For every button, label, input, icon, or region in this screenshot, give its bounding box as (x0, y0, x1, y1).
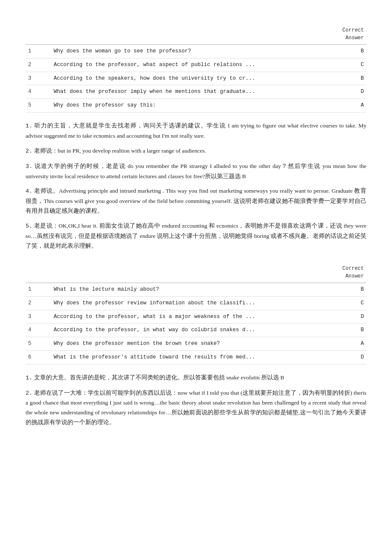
explanation-item: 2. 老师说：but in PR, you develop realtion w… (26, 146, 366, 156)
table-row: 2 According to the professor, what aspec… (26, 58, 366, 72)
row-answer: D (332, 350, 366, 364)
section1-table-wrapper: CorrectAnswer 1 Why does the woman go to… (26, 26, 366, 113)
row-answer: B (332, 283, 366, 297)
col-header-num (26, 26, 51, 45)
table-row: 4 According to the professor, in what wa… (26, 324, 366, 337)
explanation-text: 老师说：but in PR, you develop realtion with… (34, 147, 206, 154)
row-question: What is the professor's attitude toward … (51, 350, 332, 364)
row-question: According to the professor, what aspect … (51, 58, 332, 72)
explanation-text: 老师说。Advertising principle and intrued ma… (26, 188, 366, 214)
row-question: What does the professor imply when he me… (51, 85, 332, 99)
explanation-text: 老是说：OK,OK,I hear it. 前面女生说了她在高中 endured … (26, 223, 366, 249)
row-num: 3 (26, 310, 51, 324)
table-row: 3 According to the professor, what is a … (26, 310, 366, 324)
explanation-num: 4. (26, 188, 32, 194)
table-row: 1 Why does the woman go to see the profe… (26, 45, 366, 58)
row-answer: C (332, 58, 366, 72)
col-header-question (51, 26, 332, 45)
row-num: 3 (26, 72, 51, 85)
section2-table-wrapper: CorrectAnswer 1 What is the lecture main… (26, 264, 366, 364)
row-question: According to the professor, in what way … (51, 324, 332, 337)
row-answer: D (332, 310, 366, 324)
explanation-num: 2. (26, 390, 32, 396)
row-num: 6 (26, 350, 51, 364)
col-header-correct-answer: CorrectAnswer (332, 26, 366, 45)
row-num: 5 (26, 337, 51, 351)
row-num: 2 (26, 296, 51, 310)
row-question: What is the lecture mainly about? (51, 283, 332, 297)
row-answer: B (332, 324, 366, 337)
explanation-item: 3. 说道大学的例子的时候，老是说 do you remember the PR… (26, 162, 366, 182)
row-question: According to the professor, what is a ma… (51, 310, 332, 324)
s2-col-header-question (51, 264, 332, 283)
row-question: Why does the professor mention the brown… (51, 337, 332, 351)
explanation-item: 5. 老是说：OK,OK,I hear it. 前面女生说了她在高中 endur… (26, 221, 366, 251)
explanation-text: 文章的大意。首先讲的是蛇，其次讲了不同类蛇的进化。所以答案要包括 snake e… (34, 374, 285, 381)
row-question: Why does the professor review informatio… (51, 296, 332, 310)
row-answer: A (332, 337, 366, 351)
table-row: 3 According to the speakers, how does th… (26, 72, 366, 85)
section1-table: CorrectAnswer 1 Why does the woman go to… (26, 26, 366, 113)
explanation-num: 1. (26, 375, 32, 381)
table-row: 5 Why does the professor mention the bro… (26, 337, 366, 351)
explanation-text: 老师在说了一大堆：学生以前可能学到的东西以后说：now what if I to… (26, 390, 366, 426)
explanation-item: 1. 听力的主旨，大意就是学生去找老师，询问关于选课的建议。学生说 I am t… (26, 121, 366, 141)
explanation-item: 2. 老师在说了一大堆：学生以前可能学到的东西以后说：now what if I… (26, 388, 366, 428)
row-answer: D (332, 85, 366, 99)
row-question: Why does the professor say this: (51, 99, 332, 113)
explanation-text: 说道大学的例子的时候，老是说 do you remember the PR st… (26, 163, 366, 179)
row-answer: B (332, 72, 366, 85)
table-row: 2 Why does the professor review informat… (26, 296, 366, 310)
explanation-item: 1. 文章的大意。首先讲的是蛇，其次讲了不同类蛇的进化。所以答案要包括 snak… (26, 373, 366, 383)
explanation-num: 2. (26, 148, 32, 154)
row-answer: A (332, 99, 366, 113)
row-answer: C (332, 296, 366, 310)
table-row: 6 What is the professor's attitude towar… (26, 350, 366, 364)
row-num: 2 (26, 58, 51, 72)
section2-explanations: 1. 文章的大意。首先讲的是蛇，其次讲了不同类蛇的进化。所以答案要包括 snak… (26, 373, 366, 428)
row-num: 5 (26, 99, 51, 113)
explanation-num: 5. (26, 223, 32, 229)
table-row: 4 What does the professor imply when he … (26, 85, 366, 99)
s2-col-header-num (26, 264, 51, 283)
explanation-item: 4. 老师说。Advertising principle and intrued… (26, 186, 366, 216)
row-question: According to the speakers, how does the … (51, 72, 332, 85)
row-answer: B (332, 45, 366, 58)
explanation-text: 听力的主旨，大意就是学生去找老师，询问关于选课的建议。学生说 I am tryi… (26, 122, 366, 139)
section2-table: CorrectAnswer 1 What is the lecture main… (26, 264, 366, 364)
section1-explanations: 1. 听力的主旨，大意就是学生去找老师，询问关于选课的建议。学生说 I am t… (26, 121, 366, 251)
table-row: 1 What is the lecture mainly about? B (26, 283, 366, 297)
row-num: 1 (26, 45, 51, 58)
row-num: 1 (26, 283, 51, 297)
explanation-num: 1. (26, 123, 32, 129)
s2-col-header-correct-answer: CorrectAnswer (332, 264, 366, 283)
row-num: 4 (26, 85, 51, 99)
table-row: 5 Why does the professor say this: A (26, 99, 366, 113)
explanation-num: 3. (26, 163, 32, 170)
row-question: Why does the woman go to see the profess… (51, 45, 332, 58)
row-num: 4 (26, 324, 51, 337)
